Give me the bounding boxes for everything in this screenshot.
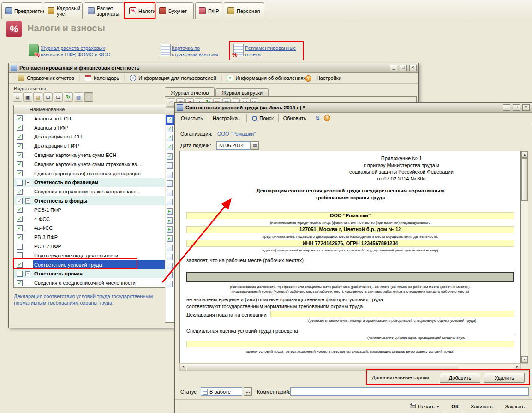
report-type-row[interactable]: − РСВ-1 ПФР xyxy=(14,205,166,215)
sort-updown-icon[interactable]: ⇅ xyxy=(314,115,321,121)
maximize-button[interactable]: □ xyxy=(513,104,520,111)
save-button[interactable]: Записать xyxy=(469,402,495,411)
report-type-checkbox[interactable] xyxy=(17,115,23,121)
workplace-input[interactable] xyxy=(186,272,514,282)
app-tab[interactable]: Налоги xyxy=(126,2,154,19)
vertical-scrollbar[interactable]: ▴ ▾ xyxy=(521,151,528,363)
report-type-checkbox[interactable] xyxy=(17,262,23,268)
report-type-checkbox[interactable] xyxy=(17,207,23,213)
app-tab[interactable]: Персонал xyxy=(224,2,264,19)
collapse-icon[interactable]: − xyxy=(25,198,30,204)
report-type-row[interactable]: − Отчетность по физлицам xyxy=(14,178,166,187)
close-button[interactable]: × xyxy=(522,104,530,111)
refresh-button[interactable]: Обновить xyxy=(281,114,308,122)
close-form-button[interactable]: Закрыть xyxy=(503,402,527,411)
inn-ogrn-field[interactable]: ИНН 7724142676, ОГРН 1234567891234 xyxy=(186,240,514,247)
report-type-row[interactable]: − Отчетность в фонды xyxy=(14,196,166,205)
report-type-checkbox[interactable] xyxy=(17,170,23,176)
report-type-row[interactable]: − 4а-ФСС xyxy=(14,224,166,233)
report-type-row[interactable]: − Авансы в ПФР xyxy=(14,123,166,132)
menu-item[interactable]: Настройки xyxy=(311,75,347,81)
report-type-checkbox[interactable] xyxy=(17,134,23,140)
print-button[interactable]: Печать ▾ xyxy=(407,402,442,411)
report-type-checkbox[interactable] xyxy=(17,180,23,186)
new-icon[interactable] xyxy=(13,92,22,102)
menu-item[interactable]: Справочник отчетов xyxy=(13,75,79,81)
maximize-button[interactable]: □ xyxy=(400,65,407,71)
status-combo[interactable]: В работе xyxy=(201,387,242,396)
report-type-row[interactable]: − Подтверждение вида деятельности xyxy=(14,251,166,260)
app-tab[interactable]: Кадровый учет xyxy=(44,2,83,19)
app-tab[interactable]: ПФР xyxy=(195,2,222,19)
minimize-button[interactable]: _ xyxy=(503,104,510,111)
report-type-row[interactable]: − Отчетность прочая xyxy=(14,269,166,279)
link-insurance-journal[interactable]: Журнал расчета страховых взносов в ПФР, … xyxy=(41,45,110,58)
report-type-row[interactable]: − Единая (упрощенная) налоговая декларац… xyxy=(14,169,166,178)
assessment-org-field[interactable] xyxy=(186,341,514,347)
journal-tab[interactable]: Журнал отчетов xyxy=(165,87,215,96)
report-type-checkbox[interactable] xyxy=(17,152,23,158)
collapse-icon[interactable]: − xyxy=(25,180,30,185)
app-tab[interactable]: Расчет зарплаты xyxy=(84,2,124,19)
collapse-icon[interactable]: − xyxy=(25,271,30,276)
report-type-checkbox[interactable] xyxy=(17,143,23,149)
report-type-row[interactable]: − Сведения о страховом стаже застрахован… xyxy=(14,187,166,196)
clear-button[interactable]: Очистить xyxy=(179,114,205,122)
report-type-row[interactable]: − 4-ФСС xyxy=(14,215,166,224)
close-button[interactable]: × xyxy=(409,65,417,71)
filing-date-input[interactable] xyxy=(216,141,251,150)
report-type-checkbox[interactable] xyxy=(17,280,23,286)
scroll-right-icon[interactable]: ▸ xyxy=(514,364,520,370)
report-type-checkbox[interactable] xyxy=(17,125,23,131)
report-type-row[interactable]: − РВ-3 ПФР xyxy=(14,233,166,242)
report-type-row[interactable]: − Авансы по ЕСН xyxy=(14,114,166,123)
report-type-row[interactable]: − Сводная карточка учета сумм ЕСН xyxy=(14,150,166,160)
report-type-row[interactable]: − Соответствие условий труда xyxy=(14,260,166,269)
journal-tab[interactable]: Журнал выгрузки xyxy=(215,88,268,96)
add-row-button[interactable]: Добавить xyxy=(440,373,480,383)
organization-value[interactable]: ООО "Ромашки" xyxy=(217,131,256,137)
collapse-all-icon[interactable] xyxy=(54,92,63,102)
folder-icon[interactable] xyxy=(33,92,42,102)
report-type-checkbox[interactable] xyxy=(17,189,23,195)
vertical-scroll-thumb[interactable] xyxy=(521,158,528,201)
copy-icon[interactable] xyxy=(23,92,32,102)
status-more-button[interactable]: ... xyxy=(244,387,252,396)
address-field[interactable]: 127051, Москва г, Цветной б-р, дом № 12 xyxy=(186,226,514,233)
menu-item[interactable]: Календарь xyxy=(79,75,125,81)
report-type-row[interactable]: − Сводная карточка учета сумм страховых … xyxy=(14,160,166,169)
refresh-icon[interactable] xyxy=(64,92,73,102)
org-name-field[interactable]: ООО "Ромашки" xyxy=(186,212,514,219)
comment-input[interactable] xyxy=(290,387,529,396)
column-header-name[interactable]: Наименование xyxy=(14,105,166,114)
report-type-checkbox[interactable] xyxy=(17,216,23,222)
report-type-checkbox[interactable] xyxy=(17,234,23,240)
horizontal-scrollbar[interactable]: ◂ ▸ xyxy=(179,363,521,371)
report-type-checkbox[interactable] xyxy=(17,225,23,231)
calendar-icon[interactable]: ▦ xyxy=(251,141,259,150)
menu-item[interactable]: Информация об обновлениях xyxy=(221,75,311,81)
report-type-row[interactable]: − Декларация по ЕСН xyxy=(14,132,166,142)
help-icon[interactable]: ? xyxy=(305,75,311,82)
chart-icon[interactable] xyxy=(74,92,83,102)
delete-row-button[interactable]: Удалить xyxy=(484,373,525,383)
report-type-row[interactable]: − РСВ-2 ПФР xyxy=(14,242,166,251)
based-on-field[interactable] xyxy=(270,311,514,317)
scroll-down-icon[interactable]: ▾ xyxy=(521,356,528,363)
app-tab[interactable]: Предприятие xyxy=(1,2,42,19)
structure-icon[interactable] xyxy=(84,92,93,102)
search-button[interactable]: Поиск xyxy=(250,114,275,122)
report-type-row[interactable]: − Декларация в ПФР xyxy=(14,141,166,150)
report-type-checkbox[interactable] xyxy=(17,244,23,250)
report-type-checkbox[interactable] xyxy=(17,161,23,167)
report-type-row[interactable]: − Сведения о среднесписочной численности xyxy=(14,278,166,287)
settings-button[interactable]: Настройка... xyxy=(211,114,244,122)
report-type-checkbox[interactable] xyxy=(17,271,23,277)
scroll-left-icon[interactable]: ◂ xyxy=(180,364,186,370)
report-type-checkbox[interactable] xyxy=(17,252,23,258)
minimize-button[interactable]: _ xyxy=(390,65,397,71)
ok-button[interactable]: ОК xyxy=(449,402,460,411)
help-icon[interactable]: ? xyxy=(324,115,330,121)
menu-item[interactable]: Информация для пользователей xyxy=(124,75,221,81)
report-type-checkbox[interactable] xyxy=(17,198,23,204)
